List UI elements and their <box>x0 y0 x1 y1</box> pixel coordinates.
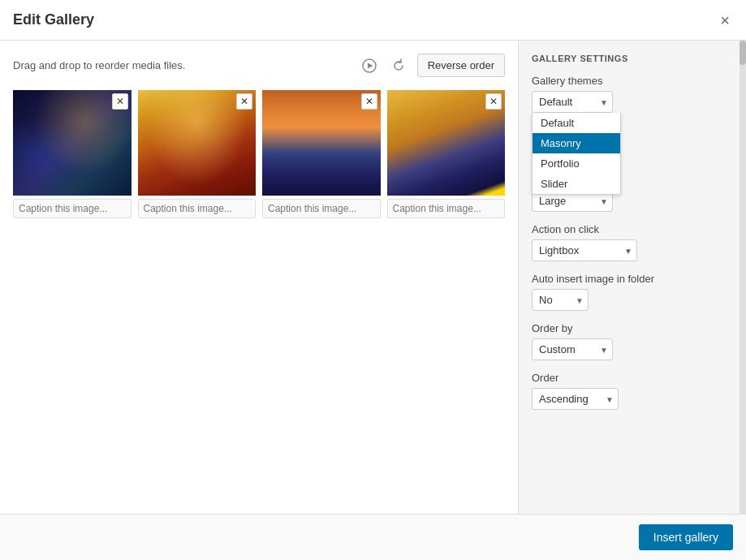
action-on-click-label: Action on click <box>532 223 733 235</box>
dropdown-item-masonry[interactable]: Masonry <box>533 133 620 153</box>
play-icon <box>362 58 377 73</box>
gallery-themes-label: Gallery themes <box>532 75 733 87</box>
dialog-body: Drag and drop to reorder media files. Re… <box>0 41 746 514</box>
caption-input-2[interactable] <box>138 199 257 218</box>
refresh-button[interactable] <box>388 57 409 75</box>
gallery-image-2: ✕ <box>138 90 257 196</box>
gallery-image-4: ✕ <box>387 90 506 196</box>
order-by-group: Order by Custom Date Title Random ▼ <box>532 322 733 360</box>
drag-drop-text: Drag and drop to reorder media files. <box>13 59 351 71</box>
remove-image-3-button[interactable]: ✕ <box>361 93 377 110</box>
gallery-themes-dropdown-menu: Default Masonry Portfolio Slider <box>532 113 621 195</box>
auto-insert-select-wrap: No Yes ▼ <box>532 289 589 311</box>
gallery-item: ✕ <box>262 90 381 218</box>
action-on-click-select-wrap: Lightbox None Custom URL ▼ <box>532 239 637 261</box>
gallery-item: ✕ <box>13 90 132 218</box>
reverse-order-button[interactable]: Reverse order <box>417 54 505 77</box>
auto-insert-select[interactable]: No Yes <box>532 289 589 311</box>
gallery-image-1: ✕ <box>13 90 132 196</box>
order-group: Order Ascending Descending ▼ <box>532 372 733 410</box>
remove-image-4-button[interactable]: ✕ <box>485 93 502 110</box>
gallery-item: ✕ <box>387 90 506 218</box>
caption-input-3[interactable] <box>262 199 381 218</box>
order-by-select-wrap: Custom Date Title Random ▼ <box>532 338 613 360</box>
main-panel: Drag and drop to reorder media files. Re… <box>0 41 519 514</box>
order-label: Order <box>532 372 733 384</box>
gallery-themes-dropdown-container: Default Masonry Portfolio Slider ▼ Defau… <box>532 91 613 113</box>
dropdown-item-slider[interactable]: Slider <box>533 174 620 194</box>
caption-input-1[interactable] <box>13 199 132 218</box>
remove-image-1-button[interactable]: ✕ <box>112 93 128 110</box>
dialog-header: Edit Gallery × <box>0 0 746 41</box>
svg-marker-1 <box>368 62 373 68</box>
gallery-image-3: ✕ <box>262 90 381 196</box>
scrollbar-thumb[interactable] <box>740 41 746 65</box>
toolbar: Drag and drop to reorder media files. Re… <box>13 54 505 77</box>
gallery-themes-select-wrap: Default Masonry Portfolio Slider ▼ <box>532 91 613 113</box>
scrollbar-track <box>740 41 746 514</box>
gallery-item: ✕ <box>138 90 257 218</box>
gallery-themes-group: Gallery themes Default Masonry Portfolio… <box>532 75 733 113</box>
order-select-wrap: Ascending Descending ▼ <box>532 388 619 410</box>
dialog-footer: Insert gallery <box>0 514 746 560</box>
auto-insert-label: Auto insert image in folder <box>532 273 733 285</box>
gallery-grid: ✕ ✕ ✕ <box>13 90 505 218</box>
remove-image-2-button[interactable]: ✕ <box>236 93 252 110</box>
auto-insert-group: Auto insert image in folder No Yes ▼ <box>532 273 733 311</box>
edit-gallery-dialog: Edit Gallery × Drag and drop to reorder … <box>0 0 746 560</box>
settings-panel-title: GALLERY SETTINGS <box>532 54 733 63</box>
gallery-themes-select[interactable]: Default Masonry Portfolio Slider <box>532 91 613 113</box>
action-on-click-group: Action on click Lightbox None Custom URL… <box>532 223 733 261</box>
close-button[interactable]: × <box>717 12 733 28</box>
play-button[interactable] <box>359 57 380 75</box>
settings-panel: GALLERY SETTINGS Gallery themes Default … <box>519 41 746 514</box>
dropdown-item-default[interactable]: Default <box>533 113 620 133</box>
order-by-label: Order by <box>532 322 733 334</box>
insert-gallery-button[interactable]: Insert gallery <box>639 524 733 550</box>
dropdown-item-portfolio[interactable]: Portfolio <box>533 153 620 174</box>
dialog-title: Edit Gallery <box>13 11 94 28</box>
order-select[interactable]: Ascending Descending <box>532 388 619 410</box>
action-on-click-select[interactable]: Lightbox None Custom URL <box>532 239 637 261</box>
caption-input-4[interactable] <box>387 199 506 218</box>
order-by-select[interactable]: Custom Date Title Random <box>532 338 613 360</box>
refresh-icon <box>391 58 406 73</box>
